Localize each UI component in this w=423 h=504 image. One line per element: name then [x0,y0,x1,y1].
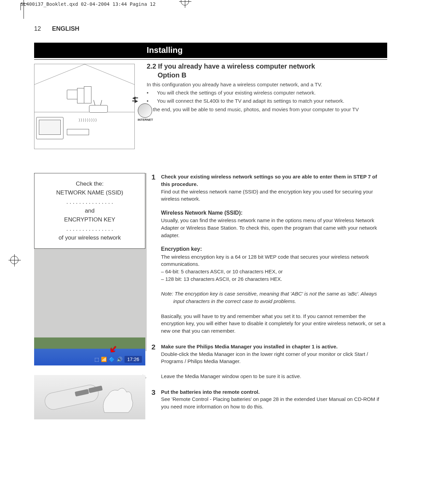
signal-icon: 📶 [101,357,107,362]
registration-mark-left-icon [10,256,18,264]
intro-text: In this configuration you already have a… [147,81,387,88]
tray-icon: ⬚ [94,357,99,362]
step-2-body: Make sure the Philips Media Manager you … [161,343,387,380]
tray-clock: 17:26 [125,356,142,363]
section-title-bar: Installing [34,43,387,58]
ssid-box: Check the: NETWORK NAME (SSID) . . . . .… [34,173,145,249]
internet-label: INTERNET [135,118,156,121]
print-header: SL400i37_Booklet.qxd 02-04-2004 13:44 Pa… [0,0,423,8]
language-label: ENGLISH [52,25,79,32]
red-arrow-icon: ➔ [106,343,121,357]
outro-text: At the end, you will be able to send mus… [147,106,387,113]
step-3-number: 3 [151,388,161,411]
page-number: 12 [34,25,41,32]
registration-mark-top-icon [181,0,189,5]
step-2-number: 2 [151,343,161,380]
bullet-1: •You will check the settings of your exi… [147,89,387,97]
volume-icon: 🔊 [117,357,122,362]
step-3-body: Put the batteries into the remote contro… [161,388,387,411]
globe-icon [138,103,152,118]
remote-batteries-image [34,375,145,419]
bullet-2: •You will connect the SL400i to the TV a… [147,97,387,105]
step-1-number: 1 [151,173,161,335]
arrows-icon: ◀━━▶ [132,97,138,103]
crop-mark-icon [20,3,27,10]
network-diagram: ) ) ) ) ) ) ) ) ) ◀━━▶ INTERNET [34,64,135,149]
step-1-body: Check your existing wireless network set… [161,173,387,335]
section-heading: 2.2 If you already have a wireless compu… [147,62,387,80]
crop-line [24,0,24,19]
system-tray-screenshot: ➔ ⬚ 📶 🔷 🔊 17:26 [34,337,145,365]
media-manager-icon: 🔷 [109,357,115,362]
